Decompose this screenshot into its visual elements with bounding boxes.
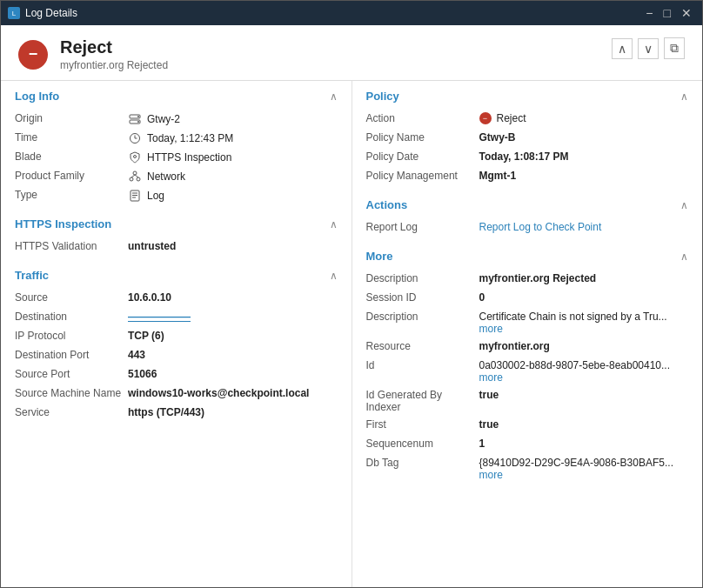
field-row: Id Generated By Indexer true bbox=[366, 386, 689, 416]
minimize-button[interactable]: − bbox=[642, 7, 656, 19]
field-row: Origin Gtwy-2 bbox=[15, 110, 338, 129]
log-icon bbox=[128, 189, 142, 203]
field-row: Description Certificate Chain is not sig… bbox=[366, 308, 689, 337]
dialog-header: − Reject myfrontier.org Rejected ∧ ∨ ⧉ bbox=[1, 25, 702, 81]
https-section-header: HTTPS Inspection ∧ bbox=[15, 217, 338, 231]
nav-down-button[interactable]: ∨ bbox=[638, 38, 659, 59]
maximize-button[interactable]: □ bbox=[660, 7, 674, 19]
window-title: Log Details bbox=[25, 7, 642, 19]
more-section: More ∧ Description myfrontier.org Reject… bbox=[366, 250, 689, 484]
svg-point-10 bbox=[133, 171, 137, 175]
traffic-section-title: Traffic bbox=[15, 269, 61, 282]
destination-value[interactable]: —————— bbox=[128, 311, 191, 323]
svg-line-14 bbox=[135, 175, 138, 177]
field-row: Time Today, 1:12:43 PM bbox=[15, 129, 338, 148]
header-title: Reject bbox=[60, 37, 168, 57]
field-row: Product Family Network bbox=[15, 167, 338, 186]
field-row: Session ID 0 bbox=[366, 289, 689, 308]
more-collapse[interactable]: ∧ bbox=[680, 251, 688, 263]
field-row: Destination —————— bbox=[15, 308, 338, 327]
nav-up-button[interactable]: ∧ bbox=[612, 38, 633, 59]
policy-collapse[interactable]: ∧ bbox=[680, 90, 688, 103]
header-subtitle: myfrontier.org Rejected bbox=[60, 59, 168, 71]
log-details-window: L Log Details − □ ✕ − Reject myfrontier.… bbox=[0, 0, 703, 588]
traffic-section: Traffic ∧ Source 10.6.0.10 Destination —… bbox=[15, 269, 338, 423]
log-info-collapse[interactable]: ∧ bbox=[330, 90, 338, 103]
dbtag-more-link[interactable]: more bbox=[479, 469, 673, 481]
copy-button[interactable]: ⧉ bbox=[664, 37, 685, 59]
window-controls: − □ ✕ bbox=[642, 7, 695, 19]
actions-section-title: Actions bbox=[366, 198, 420, 211]
field-row: Destination Port 443 bbox=[15, 346, 338, 365]
field-row: First true bbox=[366, 416, 689, 435]
field-row: HTTPS Validation untrusted bbox=[15, 237, 338, 257]
actions-collapse[interactable]: ∧ bbox=[680, 199, 688, 211]
field-row: Source Machine Name windows10-works@chec… bbox=[15, 384, 338, 404]
action-reject-icon: − bbox=[479, 112, 492, 124]
field-row: Action − Reject bbox=[366, 110, 689, 129]
field-row: Db Tag {89410D92-D29C-9E4A-9086-B30BAF5.… bbox=[366, 454, 689, 484]
field-row: Description myfrontier.org Rejected bbox=[366, 270, 689, 289]
header-info: Reject myfrontier.org Rejected bbox=[60, 37, 168, 71]
log-info-section: Log Info ∧ Origin Gtwy-2 Time bbox=[15, 90, 338, 205]
actions-section-header: Actions ∧ bbox=[366, 198, 689, 211]
https-section-title: HTTPS Inspection bbox=[15, 217, 124, 231]
app-icon: L bbox=[8, 7, 20, 19]
field-row: Id 0a030002-b88d-9807-5ebe-8eab00410... … bbox=[366, 357, 689, 386]
header-left: − Reject myfrontier.org Rejected bbox=[18, 37, 168, 71]
more-section-title: More bbox=[366, 250, 405, 263]
right-panel: Policy ∧ Action − Reject Policy Name Gtw… bbox=[352, 81, 703, 587]
field-row: Policy Date Today, 1:08:17 PM bbox=[366, 148, 689, 167]
reject-icon: − bbox=[18, 40, 48, 70]
field-row: Policy Management Mgmt-1 bbox=[366, 167, 689, 186]
svg-point-12 bbox=[137, 177, 140, 181]
https-collapse[interactable]: ∧ bbox=[330, 218, 338, 231]
left-panel: Log Info ∧ Origin Gtwy-2 Time bbox=[1, 81, 352, 587]
header-nav: ∧ ∨ ⧉ bbox=[612, 37, 685, 59]
clock-icon bbox=[128, 131, 142, 145]
field-row: Resource myfrontier.org bbox=[366, 337, 689, 357]
field-row: Source 10.6.0.10 bbox=[15, 289, 338, 308]
field-row: Report Log Report Log to Check Point bbox=[366, 218, 689, 237]
more-section-header: More ∧ bbox=[366, 250, 689, 263]
policy-section: Policy ∧ Action − Reject Policy Name Gtw… bbox=[366, 90, 689, 186]
description-more-link[interactable]: more bbox=[479, 323, 667, 335]
svg-point-4 bbox=[137, 116, 139, 117]
field-row: Blade HTTPS Inspection bbox=[15, 148, 338, 167]
field-row: Type Log bbox=[15, 186, 338, 205]
report-log-link[interactable]: Report Log to Check Point bbox=[479, 221, 602, 233]
field-row: Source Port 51066 bbox=[15, 365, 338, 384]
https-inspection-section: HTTPS Inspection ∧ HTTPS Validation untr… bbox=[15, 217, 338, 257]
log-info-title: Log Info bbox=[15, 90, 71, 103]
log-info-header: Log Info ∧ bbox=[15, 90, 338, 103]
network-icon bbox=[128, 170, 142, 184]
traffic-section-header: Traffic ∧ bbox=[15, 269, 338, 282]
title-bar: L Log Details − □ ✕ bbox=[1, 1, 702, 25]
shield-icon bbox=[128, 150, 142, 164]
actions-section: Actions ∧ Report Log Report Log to Check… bbox=[366, 198, 689, 237]
policy-section-header: Policy ∧ bbox=[366, 90, 689, 103]
svg-point-9 bbox=[134, 156, 137, 158]
svg-line-13 bbox=[131, 175, 135, 177]
field-row: IP Protocol TCP (6) bbox=[15, 327, 338, 346]
traffic-collapse[interactable]: ∧ bbox=[330, 270, 338, 282]
svg-point-5 bbox=[137, 121, 139, 123]
svg-point-11 bbox=[130, 177, 133, 181]
id-more-link[interactable]: more bbox=[479, 371, 671, 384]
svg-text:L: L bbox=[12, 10, 17, 17]
main-content: Log Info ∧ Origin Gtwy-2 Time bbox=[1, 81, 702, 587]
field-row: Sequencenum 1 bbox=[366, 435, 689, 454]
policy-section-title: Policy bbox=[366, 90, 412, 103]
field-row: Policy Name Gtwy-B bbox=[366, 129, 689, 148]
close-button[interactable]: ✕ bbox=[678, 7, 695, 19]
server-icon bbox=[128, 112, 142, 126]
field-row: Service https (TCP/443) bbox=[15, 404, 338, 423]
